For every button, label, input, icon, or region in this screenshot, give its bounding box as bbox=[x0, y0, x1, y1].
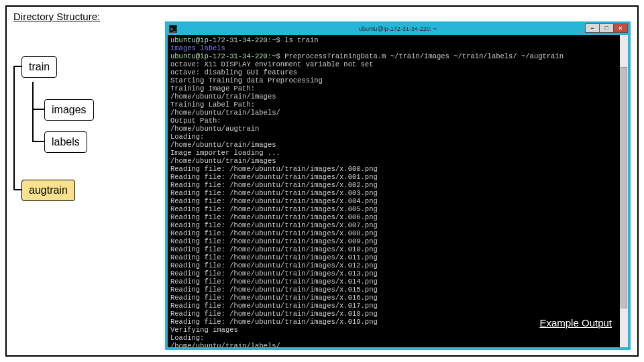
terminal-line: Reading file: /home/ubuntu/train/images/… bbox=[170, 213, 617, 221]
terminal-line: Reading file: /home/ubuntu/train/images/… bbox=[170, 269, 617, 278]
diagram-frame: Directory Structure: train images labels… bbox=[5, 5, 639, 357]
terminal-line: Reading file: /home/ubuntu/train/images/… bbox=[170, 294, 617, 302]
terminal-line: Output Path: bbox=[170, 117, 617, 125]
terminal-line: Reading file: /home/ubuntu/train/images/… bbox=[170, 237, 617, 245]
terminal-body[interactable]: ubuntu@ip-172-31-34-220:~$ ls train imag… bbox=[168, 35, 620, 347]
terminal-line: Reading file: /home/ubuntu/train/images/… bbox=[170, 205, 617, 213]
maximize-button[interactable]: □ bbox=[599, 23, 614, 33]
terminal-line: /home/ubuntu/train/images bbox=[170, 141, 617, 149]
terminal-window: >_ ubuntu@ip-172-31-34-220: ~ − □ × ubun… bbox=[165, 21, 631, 350]
terminal-line: Reading file: /home/ubuntu/train/images/… bbox=[170, 286, 617, 294]
terminal-line: Reading file: /home/ubuntu/train/images/… bbox=[170, 181, 617, 189]
terminal-line: Reading file: /home/ubuntu/train/images/… bbox=[170, 165, 617, 173]
terminal-line: Reading file: /home/ubuntu/train/images/… bbox=[170, 229, 617, 237]
terminal-line: Reading file: /home/ubuntu/train/images/… bbox=[170, 245, 617, 253]
terminal-title: ubuntu@ip-172-31-34-220: ~ bbox=[166, 25, 629, 32]
terminal-line: Reading file: /home/ubuntu/train/images/… bbox=[170, 253, 617, 261]
shell-command: ls train bbox=[284, 36, 318, 44]
terminal-line: Reading file: /home/ubuntu/train/images/… bbox=[170, 261, 617, 269]
terminal-titlebar[interactable]: >_ ubuntu@ip-172-31-34-220: ~ − □ × bbox=[166, 23, 629, 35]
folder-node-labels: labels bbox=[44, 131, 87, 153]
minimize-button[interactable]: − bbox=[585, 23, 600, 33]
tree-connector bbox=[32, 82, 34, 141]
terminal-line: Reading file: /home/ubuntu/train/images/… bbox=[170, 173, 617, 181]
terminal-line: Training Label Path: bbox=[170, 101, 617, 109]
tree-connector bbox=[32, 109, 44, 110]
terminal-line: Image importer loading ... bbox=[170, 149, 617, 157]
tree-connector bbox=[13, 189, 21, 190]
terminal-line: images labels bbox=[170, 44, 617, 52]
section-title: Directory Structure: bbox=[13, 11, 100, 22]
terminal-line: Reading file: /home/ubuntu/train/images/… bbox=[170, 221, 617, 229]
terminal-line: /home/ubuntu/train/labels/ bbox=[170, 109, 617, 117]
folder-node-images: images bbox=[44, 99, 94, 121]
terminal-line: Reading file: /home/ubuntu/train/images/… bbox=[170, 278, 617, 286]
shell-prompt: ubuntu@ip-172-31-34-220:~$ bbox=[170, 52, 280, 60]
terminal-line: Reading file: /home/ubuntu/train/images/… bbox=[170, 189, 617, 197]
terminal-line: Starting Training data Preprocessing bbox=[170, 76, 617, 84]
terminal-line: Loading: bbox=[170, 133, 617, 141]
scrollbar-thumb[interactable] bbox=[621, 67, 627, 308]
shell-command: PreprocessTrainingData.m ~/train/images … bbox=[284, 52, 564, 60]
terminal-line: /home/ubuntu/train/images bbox=[170, 157, 617, 165]
terminal-line: ubuntu@ip-172-31-34-220:~$ ls train bbox=[170, 36, 617, 44]
terminal-line: Reading file: /home/ubuntu/train/images/… bbox=[170, 302, 617, 310]
terminal-line: ubuntu@ip-172-31-34-220:~$ PreprocessTra… bbox=[170, 52, 617, 60]
terminal-scrollbar[interactable] bbox=[620, 35, 628, 347]
folder-node-train: train bbox=[21, 56, 57, 78]
terminal-line: Loading: bbox=[170, 334, 617, 342]
folder-node-augtrain: augtrain bbox=[21, 180, 75, 201]
terminal-line: Training Image Path: bbox=[170, 84, 617, 93]
terminal-line: /home/ubuntu/augtrain bbox=[170, 125, 617, 133]
terminal-line: Reading file: /home/ubuntu/train/images/… bbox=[170, 197, 617, 205]
tree-connector bbox=[32, 141, 44, 142]
tree-connector bbox=[13, 66, 21, 67]
terminal-line: octave: X11 DISPLAY environment variable… bbox=[170, 60, 617, 68]
tree-connector bbox=[13, 66, 15, 190]
example-output-label: Example Output bbox=[539, 319, 612, 327]
shell-prompt: ubuntu@ip-172-31-34-220:~$ bbox=[170, 36, 280, 44]
terminal-line: /home/ubuntu/train/images bbox=[170, 93, 617, 101]
terminal-line: /home/ubuntu/train/labels/ bbox=[170, 342, 617, 347]
close-button[interactable]: × bbox=[613, 23, 628, 33]
terminal-line: octave: disabling GUI features bbox=[170, 68, 617, 76]
